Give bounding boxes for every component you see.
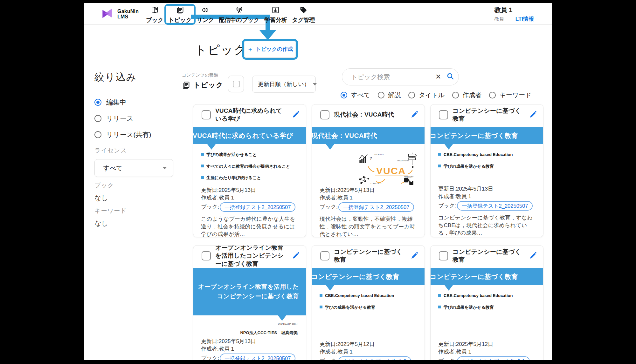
thumbnail-bullet: 学びの成果を活かせる教育 [438,304,539,311]
card-title: オープンオンライン教育を活用したコンピテンシーに基づく教育 [215,245,287,268]
thumbnail-banner: コンピテンシーに基づく教育 [431,268,543,285]
book-chip[interactable]: 一括登録テスト2_20250507 [457,201,533,211]
lti-info-link[interactable]: LTI情報 [515,15,534,23]
user-name: 教員 1 [494,6,534,14]
book-chip[interactable]: トピックからブック作成 1 [457,356,530,360]
content-type-value: トピック [193,80,223,90]
updated-date-label: 更新日: [320,187,337,193]
creator-name-row: 作成者:教員 1 [201,194,298,202]
card-checkbox[interactable] [202,251,211,260]
filter-status-1[interactable]: リリース [94,114,178,123]
bullet-text: 生涯にわたり学び続けること [206,175,261,181]
link-icon [201,6,210,16]
updated-date-label: 更新日: [438,186,456,192]
question-mark: ? [370,156,372,161]
card-meta: 更新日:2025年5月13日作成者:教員 1ブック:一括登録テスト2_20250… [193,186,306,212]
search-scope-0-label: すべて [351,91,370,99]
filter-sidebar: 絞り込み 編集中リリースリリース(共有) ライセンス すべて ブック なし キー… [94,71,178,228]
radio-icon [489,92,496,98]
select-all-checkbox[interactable] [228,76,244,92]
clear-search-icon[interactable]: ✕ [435,73,441,81]
pencil-icon [410,115,419,120]
book-chip[interactable]: 一括登録テスト2_20250507 [220,202,295,212]
topic-card[interactable]: コンピテンシーに基づく教育コンピテンシーに基づく教育CBE:Competency… [312,245,425,360]
vuca-word: VUCA [376,165,406,176]
card-checkbox[interactable] [320,251,329,260]
topic-card[interactable]: オープンオンライン教育を活用したコンピテンシーに基づく教育オープンオンライン教育… [193,245,306,360]
thumbnail-bullets: CBE:Competency based Education学びの成果を活かせる… [431,152,543,169]
search-scope-2[interactable]: タイトル [408,91,445,99]
bullet-square-icon [438,153,441,156]
page-title: トピック [195,42,247,58]
filter-status-2-label: リリース(共有) [106,130,151,139]
updated-date-label: 更新日: [438,341,456,347]
edit-button[interactable] [291,251,300,260]
updated-date: 2025年5月12日 [337,341,375,347]
search-scope-0[interactable]: すべて [341,91,370,99]
card-checkbox[interactable] [320,110,329,119]
nav-item-label: リンク [197,16,214,24]
nav-item-topic[interactable]: トピック [168,6,192,24]
creator-name-row: 作成者:教員 1 [438,193,536,200]
card-checkbox[interactable] [202,110,211,119]
topic-cards-grid: VUCA時代に求められている学びVUCA時代に求められている学び学びの成果が活か… [193,104,543,360]
annotation-create-button-box: ＋ トピックの作成 [242,39,298,60]
filter-status-0-label: 編集中 [106,98,126,107]
book-chip[interactable]: 一括登録テスト2_20250507 [338,202,414,212]
radio-icon [452,92,459,98]
creator-name-row: 作成者:教員 1 [438,348,536,356]
search-scope-4[interactable]: キーワード [489,91,531,99]
topic-card[interactable]: VUCA時代に求められている学びVUCA時代に求められている学び学びの成果が活か… [193,104,306,237]
book-chip[interactable]: 一括登録テスト2_20250507 [220,354,295,360]
bullet-text: すべての人々に教育の機会が提供されること [206,163,290,170]
vuca-illustration: ?VOLATILITYUNCERTAINTYVUCACOMPLEXITYAMBI… [355,151,421,186]
banner-tail [326,285,334,291]
user-block: 教員 1 教員 LTI情報 [494,6,534,23]
book-chip[interactable]: トピックからブック作成 2 [338,356,411,360]
content-type-label: コンテンツの種類 [182,72,218,78]
card-checkbox[interactable] [439,251,448,260]
card-thumbnail: オープンオンライン教育を活用したコンピテンシーに基づく教育2021年3月18日N… [193,268,306,336]
nav-item-book[interactable]: ブック [145,6,164,24]
bullet-square-icon [438,165,441,167]
create-topic-button[interactable]: ＋ トピックの作成 [245,41,295,57]
topic-card[interactable]: 現代社会：VUCA時代現代社会：VUCA時代?VOLATILITYUNCERTA… [312,104,425,237]
gakunin-lms-logo[interactable]: GakuNin LMS [100,7,139,21]
book-filter-value: なし [94,193,178,202]
edit-button[interactable] [410,110,419,119]
bullet-square-icon [320,306,322,308]
filter-status-2[interactable]: リリース(共有) [94,130,178,139]
search-scope-3[interactable]: 作成者 [452,91,481,99]
bullet-square-icon [320,294,322,297]
edit-button[interactable] [410,251,419,260]
filter-status-0[interactable]: 編集中 [94,98,178,107]
vuca-label-uncertainty: UNCERTAINTY [397,160,409,162]
edit-button[interactable] [291,110,300,119]
card-title: VUCA時代に求められている学び [215,107,287,123]
banner-tail [207,144,216,150]
pencil-icon [529,115,537,120]
card-header: コンピテンシーに基づく教育 [431,104,543,125]
nav-item-label: 学習分析 [264,16,287,24]
search-input[interactable] [351,73,435,81]
topic-card[interactable]: コンピテンシーに基づく教育コンピテンシーに基づく教育CBE:Competency… [430,104,543,237]
sort-select[interactable]: 更新日順（新しい） [252,76,316,93]
creator-name-row: 作成者:教員 1 [201,345,298,353]
card-checkbox[interactable] [439,110,448,119]
radio-icon [94,131,101,138]
filter-status-1-label: リリース [106,114,133,123]
edit-button[interactable] [529,110,537,119]
plus-icon: ＋ [247,45,253,54]
logo-butterfly-icon [100,7,114,21]
topic-search: ✕ [342,68,459,85]
bullet-square-icon [201,176,204,179]
search-scope-1[interactable]: 解説 [378,91,401,99]
edit-button[interactable] [529,251,537,260]
banner-tail [278,315,286,321]
search-icon[interactable] [446,72,454,82]
nav-item-tag-management[interactable]: タグ管理 [291,6,316,24]
bullet-square-icon [201,153,204,156]
book-row: ブック:一括登録テスト2_20250507 [201,202,298,212]
topic-card[interactable]: コンピテンシーに基づく教育コンピテンシーに基づく教育CBE:Competency… [430,245,543,360]
license-select[interactable]: すべて [94,159,173,177]
